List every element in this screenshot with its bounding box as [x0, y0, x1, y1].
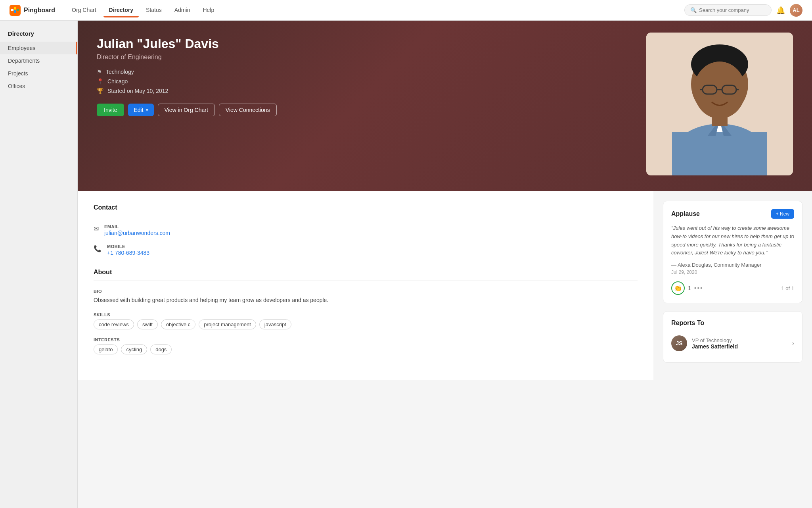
profile-job-title: Director of Engineering: [97, 54, 630, 61]
email-info: EMAIL julian@urbanwonders.com: [104, 224, 170, 236]
skill-tag-3: project management: [199, 319, 256, 329]
search-icon: 🔍: [690, 7, 697, 13]
svg-rect-4: [14, 10, 16, 13]
nav-directory[interactable]: Directory: [103, 4, 139, 17]
reports-to-chevron-icon: ›: [792, 340, 794, 347]
nav-org-chart[interactable]: Org Chart: [66, 4, 102, 17]
invite-button[interactable]: Invite: [97, 104, 124, 116]
edit-label: Edit: [134, 107, 143, 113]
email-row: ✉ EMAIL julian@urbanwonders.com: [94, 224, 638, 236]
right-panel: Applause + New "Jules went out of his wa…: [653, 191, 812, 380]
edit-chevron-icon: ▾: [146, 108, 148, 113]
sidebar-title: Directory: [0, 30, 77, 42]
skill-tag-2: objective c: [161, 319, 195, 329]
logo-text: Pingboard: [24, 7, 55, 14]
view-org-chart-button[interactable]: View in Org Chart: [158, 104, 215, 116]
department-meta: ⚑ Technology: [97, 69, 630, 75]
search-input[interactable]: [699, 7, 766, 13]
department-icon: ⚑: [97, 69, 102, 75]
about-section: About BIO Obsessed with building great p…: [94, 269, 638, 354]
reports-to-name: James Satterfield: [692, 343, 738, 350]
profile-name: Julian "Jules" Davis: [97, 37, 630, 51]
department-label: Technology: [106, 69, 134, 75]
applause-card-header: Applause + New: [671, 209, 794, 219]
email-icon: ✉: [94, 225, 99, 233]
top-navigation: Pingboard Org Chart Directory Status Adm…: [0, 0, 812, 21]
reaction-count: 1: [688, 285, 691, 291]
reaction-more-button[interactable]: •••: [694, 285, 703, 292]
page-layout: Directory Employees Departments Projects…: [0, 0, 812, 508]
logo[interactable]: Pingboard: [10, 5, 55, 16]
skill-tag-0: code reviews: [94, 319, 134, 329]
mobile-info: MOBILE +1 780-689-3483: [107, 244, 149, 256]
applause-quote: "Jules went out of his way to create som…: [671, 224, 794, 257]
start-date-icon: 🏆: [97, 88, 103, 94]
mobile-label: MOBILE: [107, 244, 149, 249]
reports-to-role: VP of Technology: [692, 337, 738, 343]
email-label: EMAIL: [104, 224, 170, 229]
main-content: Julian "Jules" Davis Director of Enginee…: [78, 21, 812, 508]
profile-actions: Invite Edit ▾ View in Org Chart View Con…: [97, 104, 630, 116]
sidebar-item-employees[interactable]: Employees: [0, 42, 77, 54]
search-box[interactable]: 🔍: [684, 4, 772, 16]
nav-help[interactable]: Help: [197, 4, 220, 17]
profile-banner: Julian "Jules" Davis Director of Enginee…: [78, 21, 812, 191]
about-section-title: About: [94, 269, 638, 281]
user-avatar[interactable]: AL: [790, 4, 802, 17]
reports-to-info: VP of Technology James Satterfield: [692, 337, 738, 350]
svg-rect-3: [17, 9, 19, 11]
applause-reaction: 👏 1 •••: [671, 281, 703, 295]
start-date-label: Started on May 10, 2012: [107, 88, 168, 94]
below-banner: Contact ✉ EMAIL julian@urbanwonders.com …: [78, 191, 812, 380]
contact-section: Contact ✉ EMAIL julian@urbanwonders.com …: [94, 204, 638, 256]
interests-tags: gelato cycling dogs: [94, 344, 638, 354]
new-applause-button[interactable]: + New: [771, 209, 794, 219]
left-panel: Contact ✉ EMAIL julian@urbanwonders.com …: [78, 191, 653, 380]
skills-tags: code reviews swift objective c project m…: [94, 319, 638, 329]
mobile-row: 📞 MOBILE +1 780-689-3483: [94, 244, 638, 256]
sidebar-item-departments[interactable]: Departments: [0, 54, 77, 67]
nav-links: Org Chart Directory Status Admin Help: [66, 4, 684, 17]
phone-icon: 📞: [94, 245, 102, 252]
reports-to-person: JS VP of Technology James Satterfield: [671, 335, 738, 351]
sidebar-item-offices[interactable]: Offices: [0, 80, 77, 92]
location-icon: 📍: [97, 78, 103, 85]
applause-pagination: 1 of 1: [781, 285, 794, 291]
location-label: Chicago: [107, 78, 128, 85]
svg-rect-2: [14, 7, 16, 10]
reports-to-header: Reports To: [671, 319, 794, 327]
location-meta: 📍 Chicago: [97, 78, 630, 85]
applause-attribution: — Alexa Douglas, Community Manager: [671, 262, 794, 268]
skill-tag-4: javascript: [259, 319, 291, 329]
nav-status[interactable]: Status: [140, 4, 167, 17]
svg-rect-1: [11, 9, 13, 11]
applause-emoji-button[interactable]: 👏: [671, 281, 685, 295]
interests-label: INTERESTS: [94, 337, 638, 342]
bio-label: BIO: [94, 289, 638, 294]
reports-to-card: Reports To JS VP of Technology James Sat…: [663, 311, 802, 363]
skills-label: SKILLS: [94, 312, 638, 317]
edit-button[interactable]: Edit ▾: [128, 104, 153, 116]
interest-tag-2: dogs: [150, 344, 172, 354]
reports-to-title: Reports To: [671, 319, 704, 327]
applause-date: Jul 29, 2020: [671, 269, 794, 275]
notification-bell-button[interactable]: 🔔: [776, 6, 785, 15]
mobile-value[interactable]: +1 780-689-3483: [107, 250, 149, 256]
start-date-meta: 🏆 Started on May 10, 2012: [97, 88, 630, 94]
reports-avatar-placeholder: JS: [671, 335, 687, 351]
profile-meta: ⚑ Technology 📍 Chicago 🏆 Started on May …: [97, 69, 630, 94]
bio-value: Obsessed with building great products an…: [94, 296, 638, 304]
reports-to-row[interactable]: JS VP of Technology James Satterfield ›: [671, 332, 794, 354]
profile-photo: [646, 33, 793, 175]
reports-avatar: JS: [671, 335, 687, 351]
nav-admin[interactable]: Admin: [169, 4, 196, 17]
applause-card: Applause + New "Jules went out of his wa…: [663, 201, 802, 303]
contact-section-title: Contact: [94, 204, 638, 216]
sidebar: Directory Employees Departments Projects…: [0, 21, 78, 508]
view-connections-button[interactable]: View Connections: [219, 104, 277, 116]
user-initials: AL: [793, 7, 799, 13]
email-value[interactable]: julian@urbanwonders.com: [104, 230, 170, 236]
svg-rect-19: [712, 112, 728, 126]
sidebar-item-projects[interactable]: Projects: [0, 67, 77, 80]
svg-rect-15: [672, 132, 767, 175]
